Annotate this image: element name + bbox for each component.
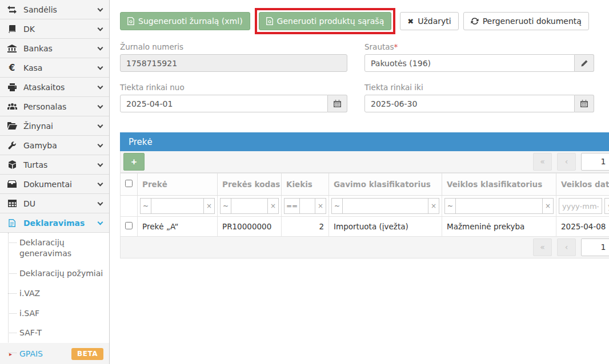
chevron-down-icon — [98, 161, 103, 167]
panel-toolbar: + « ‹ 1 — [120, 151, 609, 173]
annotation-highlight-box: Generuoti produktų sąrašą — [255, 8, 396, 34]
market-to-calendar-button[interactable] — [575, 95, 594, 112]
filter-input-kiekis[interactable] — [299, 198, 315, 214]
filter-operator: ~ — [220, 198, 231, 214]
filter-clear-icon[interactable]: × — [428, 198, 439, 214]
file-code-icon — [127, 17, 134, 25]
sidebar-item-label: Personalas — [23, 102, 66, 111]
sidebar-subitem-deklaraciju-pozymiai[interactable]: Deklaracijų požymiai — [0, 264, 109, 284]
stream-input[interactable] — [364, 54, 575, 72]
sidebar-item-du[interactable]: DU — [0, 194, 109, 213]
chevron-down-icon — [98, 122, 103, 128]
chevron-down-icon — [98, 83, 103, 89]
bank-icon — [6, 45, 18, 52]
pagination-first-button[interactable]: « — [533, 238, 552, 256]
chevron-down-icon — [98, 6, 103, 11]
sidebar-item-label: Kasa — [23, 63, 42, 72]
sidebar-subitem-isaf[interactable]: i.SAF — [0, 304, 109, 323]
journal-number-label: Žurnalo numeris — [120, 42, 347, 51]
sidebar-item-turtas[interactable]: Turtas — [0, 155, 109, 175]
chevron-down-icon — [98, 25, 103, 31]
panel-footer: « ‹ 1 — [120, 237, 609, 258]
sidebar-item-gamyba[interactable]: Gamyba — [0, 136, 109, 155]
pagination-first-button[interactable]: « — [533, 153, 552, 171]
sidebar-item-dk[interactable]: DK — [0, 19, 109, 39]
journal-number-field-group: Žurnalo numeris — [120, 42, 347, 72]
action-toolbar: Sugeneruoti žurnalą (xml) Generuoti prod… — [120, 8, 609, 34]
filter-input-gavimo[interactable] — [342, 198, 428, 214]
folder-open-icon — [6, 122, 18, 130]
filter-clear-icon[interactable]: × — [542, 198, 554, 214]
filter-input-prekes-kodas[interactable] — [231, 198, 268, 214]
market-to-input[interactable] — [364, 95, 575, 112]
sidebar-item-sandelis[interactable]: Sandėlis — [0, 0, 109, 19]
select-all-checkbox[interactable] — [125, 180, 133, 187]
sidebar-item-label: Deklaravimas — [23, 219, 85, 228]
pagination-prev-button[interactable]: ‹ — [557, 238, 576, 256]
button-label: Pergeneruoti dokumentą — [483, 17, 582, 26]
sidebar-item-zinynai[interactable]: Žinynai — [0, 116, 109, 136]
pagination-top: « ‹ 1 — [533, 153, 609, 171]
filter-clear-icon[interactable]: × — [267, 198, 279, 214]
close-icon: ✖ — [407, 17, 414, 26]
row-checkbox[interactable] — [125, 222, 133, 229]
button-label: Generuoti produktų sąrašą — [277, 17, 384, 26]
sidebar-item-kasa[interactable]: € Kasa — [0, 58, 109, 78]
close-button[interactable]: ✖ Uždaryti — [400, 12, 458, 30]
exchange-icon — [6, 6, 18, 14]
declaration-form: Žurnalo numeris Srautas* Tiekta rinkai n… — [120, 42, 609, 123]
filter-input-veiklos[interactable] — [455, 198, 543, 214]
sidebar-subitem-deklaraciju-generavimas[interactable]: Deklaracijų generavimas — [0, 233, 97, 264]
journal-number-input — [120, 54, 347, 72]
file-text-icon — [6, 219, 18, 227]
cell-preke: Prekė „A“ — [138, 217, 218, 237]
printer-icon — [6, 83, 18, 91]
sidebar-item-ataskaitos[interactable]: Ataskaitos — [0, 78, 109, 97]
market-to-field-group: Tiekta rinkai iki — [364, 83, 594, 112]
regenerate-document-button[interactable]: Pergeneruoti dokumentą — [463, 12, 589, 30]
sidebar-item-deklaravimas[interactable]: Deklaravimas — [0, 213, 109, 233]
col-header-veiklos-data: Veiklos data — [556, 173, 609, 196]
generate-products-list-button[interactable]: Generuoti produktų sąrašą — [259, 12, 392, 30]
table-filter-row: ~ × ~ × == — [121, 196, 609, 217]
market-from-input[interactable] — [120, 95, 328, 112]
filter-input-preke[interactable] — [151, 198, 204, 214]
add-row-button[interactable]: + — [123, 153, 145, 171]
sidebar-subitem-ivaz[interactable]: i.VAZ — [0, 284, 109, 304]
generate-journal-xml-button[interactable]: Sugeneruoti žurnalą (xml) — [120, 12, 250, 30]
products-table: Prekė Prekės kodas Kiekis Gavimo klasifi… — [120, 173, 609, 237]
sidebar-item-bankas[interactable]: Bankas — [0, 39, 109, 58]
stream-label: Srautas — [364, 42, 394, 51]
chevron-down-icon — [98, 45, 103, 50]
cube-icon — [6, 160, 18, 169]
cell-gavimo: Importuota (įvežta) — [329, 217, 442, 237]
table-row[interactable]: Prekė „A“ PR10000000 2 Importuota (įvežt… — [121, 217, 609, 237]
stream-edit-button[interactable] — [575, 54, 594, 72]
refresh-icon — [471, 17, 479, 25]
calendar-icon — [580, 100, 588, 107]
sidebar-item-personalas[interactable]: Personalas — [0, 97, 109, 116]
cell-kiekis: 2 — [282, 217, 329, 237]
sidebar-item-label: Bankas — [23, 44, 53, 53]
sidebar-item-dokumentai[interactable]: Dokumentai — [0, 175, 109, 194]
chevron-down-icon — [98, 180, 103, 186]
pagination-prev-button[interactable]: ‹ — [557, 153, 576, 171]
cell-veiklos-data: 2025-04-08 — [556, 217, 609, 237]
pagination-page-input[interactable]: 1 — [581, 153, 609, 171]
market-from-calendar-button[interactable] — [328, 95, 347, 112]
filter-clear-icon[interactable]: × — [203, 198, 215, 214]
pagination-page-input[interactable]: 1 — [581, 238, 609, 256]
filter-operator: ~ — [140, 198, 151, 214]
filter-date-from-input[interactable] — [559, 198, 602, 214]
panel-title: Prekė — [120, 132, 609, 151]
sidebar-item-label: Žinynai — [23, 122, 53, 131]
euro-icon: € — [6, 63, 18, 73]
sidebar-subitem-gpais[interactable]: ▸ GPAIS BETA — [0, 343, 109, 364]
chevron-down-icon — [98, 200, 103, 205]
filter-clear-icon[interactable]: × — [315, 198, 326, 214]
pencil-icon — [581, 60, 588, 67]
sidebar-subitem-saft[interactable]: SAF-T — [0, 323, 109, 343]
filter-date-to-input[interactable] — [604, 198, 609, 214]
cell-prekes-kodas: PR10000000 — [218, 217, 282, 237]
table-icon — [6, 200, 18, 207]
